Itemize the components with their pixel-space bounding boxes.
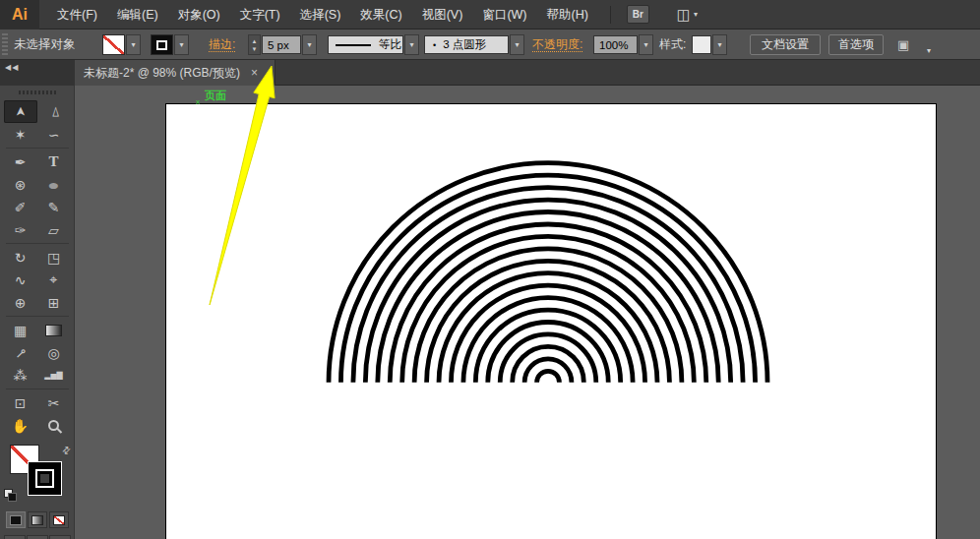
opacity-dropdown[interactable]: ▾ (639, 34, 653, 55)
chevron-down-icon: ▾ (643, 40, 647, 49)
stroke-width-stepper[interactable]: ▲ ▼ (248, 34, 261, 55)
default-stroke-chip (8, 493, 17, 502)
eraser-tool-button[interactable]: ▱ (37, 218, 71, 241)
document-tab[interactable]: 未标题-2* @ 98% (RGB/预览) × (75, 60, 276, 86)
concentric-semicircles-artwork (166, 104, 936, 539)
bridge-button[interactable]: Br (627, 5, 649, 24)
app-logo: Ai (0, 0, 39, 30)
selection-tool-button[interactable]: ➤ (4, 100, 37, 123)
stroke-panel-link[interactable]: 描边: (209, 38, 235, 52)
tab-close-icon[interactable]: × (248, 67, 261, 79)
ellipse-tool-button[interactable]: ● (37, 173, 71, 196)
pencil-tool-button[interactable]: ✎ (37, 196, 71, 218)
tool-grid: ➤▻✶∽✒T⊛●✐✎✑▱↻◳∿⌖⊕⊞▦⊸◎⁂▂▅▇⊡✂✋ (2, 100, 73, 437)
symbol-sprayer-tool-icon: ⁂ (14, 368, 28, 384)
artboard-tool-icon: ⊡ (15, 395, 27, 411)
canvas-scroll-area[interactable] (75, 86, 980, 539)
stroke-color-swatch[interactable] (151, 34, 173, 55)
none-button[interactable] (49, 511, 69, 528)
menu-window[interactable]: 窗口(W) (472, 0, 536, 30)
eraser-tool-icon: ▱ (48, 222, 59, 238)
fill-stroke-widget: ⇄ (2, 445, 73, 504)
paintbrush-tool-button[interactable]: ✐ (4, 196, 37, 218)
pen-tool-button[interactable]: ✒ (4, 150, 37, 173)
swap-fill-stroke-icon[interactable]: ⇄ (59, 444, 73, 457)
menu-select[interactable]: 选择(S) (290, 0, 351, 30)
hand-tool-icon: ✋ (12, 418, 29, 434)
paintbrush-tool-icon: ✐ (15, 200, 27, 215)
control-bar-grip[interactable] (2, 33, 8, 56)
lasso-tool-icon: ∽ (48, 127, 60, 143)
stroke-width-dropdown[interactable]: ▾ (302, 34, 317, 55)
artboard[interactable] (165, 103, 937, 539)
variable-width-profile-combo[interactable]: 等比 (328, 35, 403, 54)
menu-type[interactable]: 文字(T) (230, 0, 290, 30)
fill-color-swatch[interactable] (102, 34, 125, 55)
scale-tool-button[interactable]: ◳ (37, 246, 71, 269)
column-graph-tool-button[interactable]: ▂▅▇ (37, 364, 71, 387)
workspace-switcher-button[interactable]: ◫ ▾ (677, 6, 698, 24)
selection-status: 未选择对象 (14, 30, 76, 60)
chevron-down-icon: ▾ (409, 40, 413, 49)
draw-normal-button[interactable] (4, 535, 26, 539)
rotate-tool-button[interactable]: ↻ (4, 246, 37, 269)
menu-edit[interactable]: 编辑(E) (107, 0, 168, 30)
blob-brush-tool-button[interactable]: ✑ (4, 218, 37, 241)
slice-tool-button[interactable]: ✂ (37, 391, 71, 414)
color-button[interactable] (6, 511, 26, 528)
menu-view[interactable]: 视图(V) (412, 0, 473, 30)
polar-grid-tool-button[interactable]: ⊛ (4, 173, 37, 196)
brush-label: 3 点圆形 (443, 37, 486, 52)
magic-wand-tool-button[interactable]: ✶ (4, 123, 37, 146)
stroke-swatch-frame (156, 40, 167, 50)
menu-object[interactable]: 对象(O) (168, 0, 230, 30)
width-tool-button[interactable]: ∿ (4, 269, 37, 291)
opacity-panel-link[interactable]: 不透明度: (532, 38, 582, 52)
brush-dropdown[interactable]: ▾ (510, 34, 524, 55)
stepper-up-icon[interactable]: ▲ (252, 38, 258, 44)
draw-behind-button[interactable] (27, 535, 48, 539)
stepper-down-icon[interactable]: ▼ (252, 46, 258, 52)
stroke-indicator[interactable] (28, 461, 62, 496)
menu-effect[interactable]: 效果(C) (350, 0, 411, 30)
mesh-tool-button[interactable]: ▦ (4, 319, 37, 341)
lasso-tool-button[interactable]: ∽ (37, 123, 71, 146)
select-similar-icon[interactable]: ▣ (897, 37, 909, 52)
direct-selection-tool-icon: ▻ (46, 107, 61, 117)
tool-group-separator (6, 316, 69, 317)
zoom-tool-button[interactable] (37, 414, 71, 437)
select-similar-dropdown[interactable]: ▾ (923, 40, 935, 61)
hand-tool-button[interactable]: ✋ (4, 414, 37, 437)
document-setup-button[interactable]: 文档设置 (750, 34, 821, 55)
tools-panel-grip[interactable] (19, 90, 56, 94)
width-tool-icon: ∿ (15, 272, 27, 288)
default-fill-stroke-icon[interactable] (4, 489, 17, 502)
perspective-grid-tool-icon: ⊞ (48, 295, 60, 311)
free-transform-tool-button[interactable]: ⌖ (37, 269, 71, 291)
blend-tool-button[interactable]: ◎ (37, 341, 71, 364)
style-swatch[interactable] (692, 35, 711, 54)
toolbar-collapse-button[interactable]: ◀◀ (0, 60, 75, 86)
style-dropdown[interactable]: ▾ (712, 34, 727, 55)
draw-inside-button[interactable] (49, 535, 71, 539)
symbol-sprayer-tool-button[interactable]: ⁂ (4, 364, 37, 387)
preferences-button[interactable]: 首选项 (828, 34, 884, 55)
gradient-tool-button[interactable] (37, 319, 71, 341)
menu-file[interactable]: 文件(F) (47, 0, 107, 30)
menu-help[interactable]: 帮助(H) (537, 0, 598, 30)
shape-builder-tool-button[interactable]: ⊕ (4, 291, 37, 314)
perspective-grid-tool-button[interactable]: ⊞ (37, 291, 71, 314)
workspace-layout-icon: ◫ (677, 6, 691, 24)
brush-definition-combo[interactable]: • 3 点圆形 (424, 35, 509, 54)
artboard-tool-button[interactable]: ⊡ (4, 391, 37, 414)
type-tool-button[interactable]: T (37, 150, 71, 173)
stroke-color-dropdown[interactable]: ▾ (174, 34, 189, 55)
profile-dropdown[interactable]: ▾ (404, 34, 419, 55)
opacity-field[interactable]: 100% (593, 35, 638, 54)
chevron-down-icon: ▾ (515, 40, 519, 49)
stroke-width-field[interactable]: 5 px (262, 35, 301, 54)
direct-selection-tool-button[interactable]: ▻ (37, 100, 71, 123)
gradient-button[interactable] (28, 511, 47, 528)
fill-color-dropdown[interactable]: ▾ (126, 34, 141, 55)
eyedropper-tool-button[interactable]: ⊸ (4, 341, 37, 364)
